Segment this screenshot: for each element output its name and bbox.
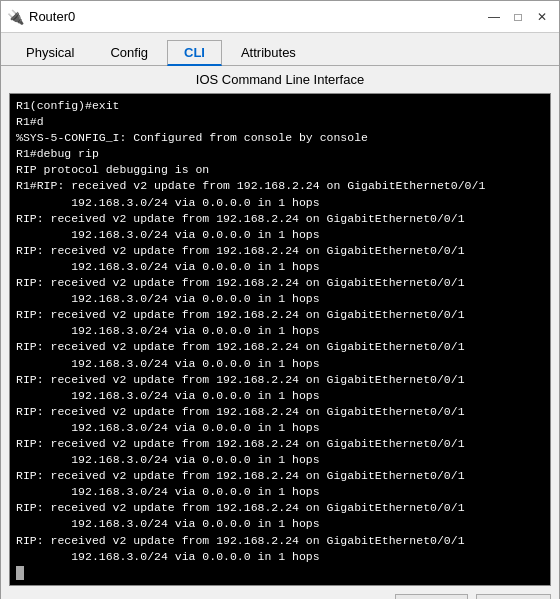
- section-title: IOS Command Line Interface: [1, 66, 559, 93]
- tab-cli[interactable]: CLI: [167, 40, 222, 66]
- maximize-button[interactable]: □: [507, 6, 529, 28]
- terminal-output[interactable]: R1(config)#exit R1#d %SYS-5-CONFIG_I: Co…: [9, 93, 551, 586]
- window-controls: — □ ✕: [483, 6, 553, 28]
- copy-button[interactable]: Copy: [395, 594, 467, 599]
- window-title: Router0: [29, 9, 483, 24]
- minimize-button[interactable]: —: [483, 6, 505, 28]
- tab-bar: Physical Config CLI Attributes: [1, 33, 559, 66]
- tab-attributes[interactable]: Attributes: [224, 40, 313, 66]
- bottom-bar: Ctrl+F6 to exit CLI focus Copy Paste: [1, 590, 559, 599]
- window-icon: 🔌: [7, 9, 23, 25]
- tab-physical[interactable]: Physical: [9, 40, 91, 66]
- cli-area: R1(config)#exit R1#d %SYS-5-CONFIG_I: Co…: [1, 93, 559, 590]
- title-bar: 🔌 Router0 — □ ✕: [1, 1, 559, 33]
- close-button[interactable]: ✕: [531, 6, 553, 28]
- tab-config[interactable]: Config: [93, 40, 165, 66]
- main-window: 🔌 Router0 — □ ✕ Physical Config CLI Attr…: [0, 0, 560, 599]
- paste-button[interactable]: Paste: [476, 594, 551, 599]
